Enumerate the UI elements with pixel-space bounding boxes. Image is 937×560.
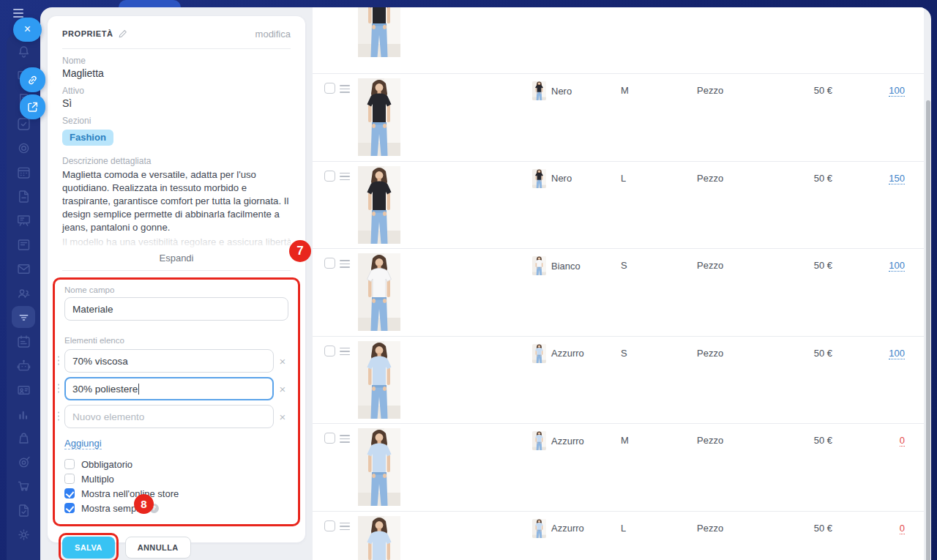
fashion-badge[interactable]: Fashion: [62, 130, 113, 146]
row-checkbox[interactable]: [324, 433, 335, 444]
list-item-input[interactable]: 70% viscosa: [64, 349, 274, 373]
list-item: 30% poliestere ×: [64, 377, 288, 400]
row-checkbox[interactable]: [324, 346, 335, 356]
filter-icon[interactable]: [12, 306, 35, 328]
external-link-icon[interactable]: [20, 94, 45, 119]
color-thumbnail: [532, 81, 546, 100]
idcard-icon[interactable]: [12, 378, 35, 400]
filecheck-icon[interactable]: [12, 499, 35, 521]
bot-icon[interactable]: [12, 354, 35, 376]
color-thumbnail: [532, 519, 546, 538]
attivo-label: Attivo: [62, 86, 291, 96]
unit-value: Pezzo: [697, 435, 723, 446]
remove-item-icon[interactable]: ×: [277, 383, 288, 395]
salva-button[interactable]: SALVA: [62, 537, 115, 559]
color-cell: Azzurro: [532, 519, 584, 538]
color-name: Nero: [551, 173, 572, 184]
quantity-link[interactable]: 100: [848, 348, 905, 359]
remove-item-icon[interactable]: ×: [277, 355, 288, 367]
checkbox-row[interactable]: Obbligatorio ?: [64, 457, 288, 471]
gear-icon[interactable]: [12, 523, 35, 545]
product-image[interactable]: [358, 78, 400, 156]
color-thumbnail: [532, 169, 546, 188]
quantity-link[interactable]: 150: [848, 173, 905, 184]
descrizione-label: Descrizione dettagliata: [62, 156, 291, 166]
checkbox[interactable]: [64, 503, 75, 513]
espandi-button[interactable]: Espandi: [62, 247, 291, 270]
mail-icon[interactable]: [12, 258, 35, 280]
goal-icon[interactable]: [12, 451, 35, 473]
product-image[interactable]: [358, 516, 400, 560]
file-icon[interactable]: [12, 185, 35, 207]
step-8-badge: 8: [134, 494, 154, 514]
color-name: Azzurro: [551, 523, 584, 534]
unit-value: Pezzo: [697, 260, 723, 271]
calendar-icon[interactable]: [12, 161, 35, 183]
product-image[interactable]: [358, 341, 400, 419]
annulla-button[interactable]: ANNULLA: [125, 537, 191, 559]
variants-table: Nero M Pezzo 50 € 100 Nero L Pezzo 50 € …: [313, 7, 924, 560]
elementi-elenco-label: Elementi elenco: [64, 336, 288, 345]
row-checkbox[interactable]: [324, 258, 335, 269]
product-image[interactable]: [358, 253, 400, 331]
edit-pencil-icon[interactable]: [119, 29, 127, 38]
table-row: Azzurro M Pezzo 50 € 0: [313, 424, 924, 512]
ring-icon[interactable]: [12, 137, 35, 159]
sezioni-label: Sezioni: [62, 116, 291, 126]
scrollbar[interactable]: [926, 100, 930, 560]
quantity-link[interactable]: 0: [848, 523, 905, 534]
stats-icon[interactable]: [12, 403, 35, 425]
terminal-icon[interactable]: [12, 234, 35, 255]
remove-item-icon[interactable]: ×: [277, 411, 288, 423]
product-image[interactable]: [358, 7, 400, 57]
aggiungi-link[interactable]: Aggiungi: [64, 438, 102, 449]
drag-handle-icon[interactable]: [340, 85, 350, 93]
modifica-link[interactable]: modifica: [255, 29, 291, 40]
size-value: M: [621, 85, 629, 96]
drag-handle-icon[interactable]: [340, 523, 350, 531]
quantity-link[interactable]: 0: [848, 435, 905, 446]
quantity-link[interactable]: 100: [848, 85, 905, 96]
list-item-input[interactable]: Nuovo elemento: [64, 405, 274, 428]
drag-handle-icon[interactable]: [340, 173, 350, 181]
nome-label: Nome: [62, 56, 291, 66]
bag-icon[interactable]: [12, 427, 35, 449]
price-value: 50 €: [774, 260, 832, 271]
attivo-value: Sì: [62, 97, 291, 109]
nome-value: Maglietta: [62, 67, 291, 79]
nome-campo-input[interactable]: Materiale: [64, 297, 288, 321]
close-button[interactable]: ×: [13, 18, 42, 42]
link-icon[interactable]: [20, 67, 45, 92]
drag-dots-icon[interactable]: [58, 383, 59, 395]
row-checkbox[interactable]: [324, 520, 335, 531]
product-image[interactable]: [358, 166, 400, 244]
checkbox-row[interactable]: Mostra nell'online store ?: [64, 486, 288, 501]
size-value: S: [621, 260, 627, 271]
drag-handle-icon[interactable]: [340, 435, 350, 443]
team-icon[interactable]: [12, 282, 35, 304]
checkbox[interactable]: [64, 488, 75, 499]
checkbox-row[interactable]: Multiplo ?: [64, 471, 288, 486]
checkbox[interactable]: [64, 474, 75, 484]
checkbox[interactable]: [64, 459, 75, 469]
bell-icon[interactable]: [12, 40, 35, 62]
checkbox-row[interactable]: Mostra sempre ?: [64, 501, 288, 515]
row-checkbox[interactable]: [324, 171, 335, 182]
drag-handle-icon[interactable]: [340, 260, 350, 268]
cart-icon[interactable]: [12, 475, 35, 497]
nome-campo-label: Nome campo: [64, 285, 288, 294]
drag-handle-icon[interactable]: [340, 348, 350, 356]
board-icon[interactable]: [12, 209, 35, 231]
drag-dots-icon[interactable]: [58, 355, 59, 367]
planner-icon[interactable]: [12, 330, 35, 352]
product-image[interactable]: [358, 428, 400, 506]
quantity-link[interactable]: 100: [848, 260, 905, 271]
table-row: Nero L Pezzo 50 € 150: [313, 162, 924, 250]
annotation-box-7: Nome campo Materiale Elementi elenco 70%…: [53, 277, 300, 526]
drag-dots-icon[interactable]: [58, 411, 59, 422]
size-value: L: [621, 173, 626, 184]
menu-icon[interactable]: [13, 9, 23, 18]
list-item-input[interactable]: 30% poliestere: [64, 377, 274, 400]
color-thumbnail: [532, 256, 546, 275]
row-checkbox[interactable]: [324, 83, 335, 94]
